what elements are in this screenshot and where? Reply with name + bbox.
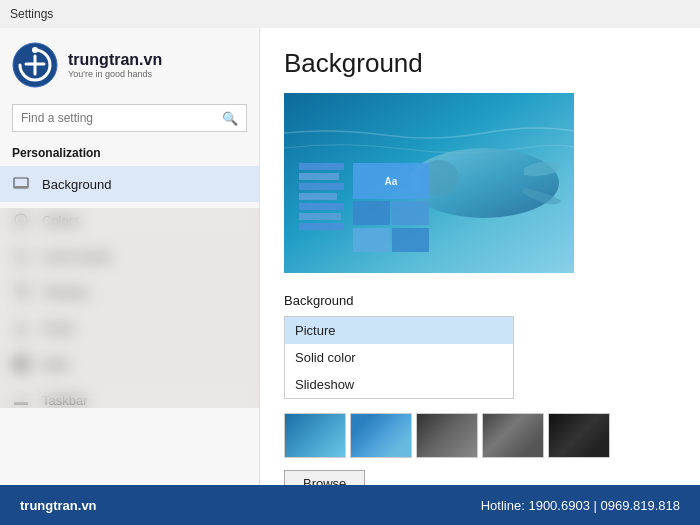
search-box[interactable]: 🔍 [12,104,247,132]
sidebar-item-background[interactable]: Background [0,166,259,202]
sidebar-item-start[interactable]: Start [0,346,259,382]
sidebar-item-lock-screen[interactable]: Lock screen [0,238,259,274]
svg-rect-12 [22,357,28,363]
svg-rect-7 [16,255,26,263]
colors-icon [12,211,30,229]
preview-tiles: Aa [353,163,429,253]
sidebar-item-themes[interactable]: Themes [0,274,259,310]
sidebar-item-taskbar[interactable]: Taskbar [0,382,259,418]
preview-tile-aa: Aa [353,163,429,199]
thumbnails-row [284,413,676,458]
preview-container: Aa [284,93,574,273]
search-icon[interactable]: 🔍 [222,111,238,126]
page-title: Background [284,48,676,79]
svg-rect-5 [14,186,28,188]
sidebar-item-lock-screen-label: Lock screen [42,249,112,264]
sidebar-item-colors[interactable]: Colors [0,202,259,238]
background-icon [12,175,30,193]
title-bar-label: Settings [10,7,53,21]
svg-rect-15 [14,402,28,405]
preview-tile-3 [353,228,390,252]
sidebar-item-colors-label: Colors [42,213,80,228]
sidebar-item-fonts[interactable]: A Fonts [0,310,259,346]
content-area: trungtran.vn You're in good hands 🔍 Pers… [0,28,700,485]
preview-bar-3 [299,183,344,190]
thumbnail-5[interactable] [548,413,610,458]
sidebar-item-taskbar-label: Taskbar [42,393,88,408]
search-area: 🔍 [0,98,259,142]
preview-tile-4 [392,228,429,252]
footer-hotline: Hotline: 1900.6903 | 0969.819.818 [481,498,680,513]
footer-brand: trungtran.vn [20,498,97,513]
start-icon [12,355,30,373]
preview-bar-5 [299,203,344,210]
sidebar-item-start-label: Start [42,357,69,372]
background-section-label: Background [284,293,676,308]
preview-bar-4 [299,193,337,200]
taskbar-icon [12,391,30,409]
thumbnail-1[interactable] [284,413,346,458]
brand-name: trungtran.vn [68,51,162,69]
preview-bar-1 [299,163,344,170]
dropdown-menu[interactable]: Picture Solid color Slideshow [284,316,514,399]
svg-rect-11 [14,357,20,363]
sidebar-item-background-label: Background [42,177,111,192]
svg-point-9 [21,292,27,298]
svg-point-8 [15,286,21,292]
section-label: Personalization [0,142,259,166]
app-window: Settings trungtran.vn You're in good han… [0,0,700,525]
brand-text: trungtran.vn You're in good hands [68,51,162,79]
sidebar-item-themes-label: Themes [42,285,89,300]
search-input[interactable] [21,111,216,125]
themes-icon [12,283,30,301]
sidebar-item-fonts-label: Fonts [42,321,75,336]
brand-area: trungtran.vn You're in good hands [0,28,259,98]
thumbnail-4[interactable] [482,413,544,458]
preview-bar-7 [299,223,344,230]
preview-bar-2 [299,173,339,180]
dropdown-option-slideshow[interactable]: Slideshow [285,371,513,398]
thumbnail-3[interactable] [416,413,478,458]
preview-bar-6 [299,213,341,220]
fonts-icon: A [12,319,30,337]
svg-point-10 [21,286,27,292]
preview-tile-1 [353,201,390,225]
sidebar: trungtran.vn You're in good hands 🔍 Pers… [0,28,260,485]
preview-left-panel [299,163,349,253]
main-content: Background [260,28,700,485]
lock-screen-icon [12,247,30,265]
svg-rect-13 [14,365,20,371]
preview-ui-overlay: Aa [299,163,429,253]
thumbnail-2[interactable] [350,413,412,458]
title-bar: Settings [0,0,700,28]
dropdown-option-picture[interactable]: Picture [285,317,513,344]
browse-button[interactable]: Browse [284,470,365,485]
svg-rect-14 [22,365,28,371]
preview-tile-2 [392,201,429,225]
footer-bar: trungtran.vn Hotline: 1900.6903 | 0969.8… [0,485,700,525]
background-dropdown[interactable]: Picture Solid color Slideshow [284,316,514,399]
dropdown-option-solid-color[interactable]: Solid color [285,344,513,371]
svg-point-1 [32,47,38,53]
brand-tagline: You're in good hands [68,69,162,79]
brand-logo-icon [12,42,58,88]
